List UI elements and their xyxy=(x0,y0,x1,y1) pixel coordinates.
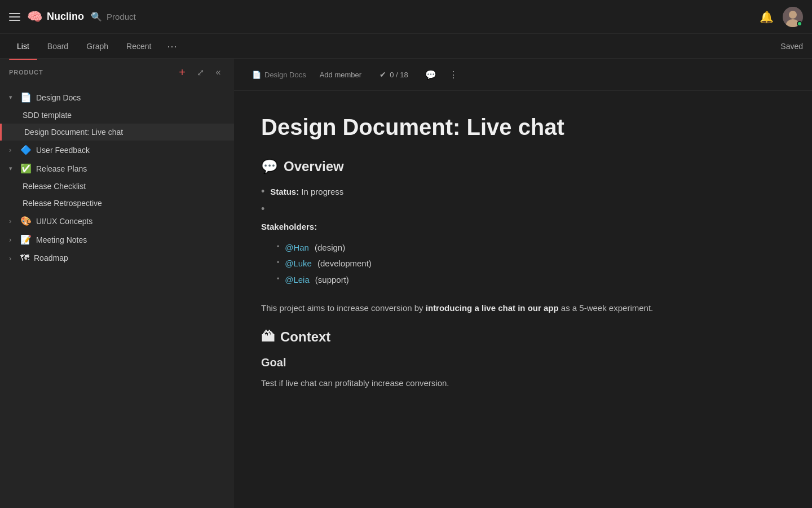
sidebar-item-release-checklist[interactable]: Release Checklist ⧉ xyxy=(0,178,234,195)
doc-title: Design Document: Live chat xyxy=(261,113,785,141)
sidebar-item-sdd-template[interactable]: SDD template ⧉ xyxy=(0,107,234,124)
tab-list[interactable]: List xyxy=(9,37,37,55)
more-tabs-icon[interactable]: ⋯ xyxy=(161,36,183,57)
nav-tabs: List Board Graph Recent ⋯ Saved xyxy=(0,34,812,59)
status-label: Status: In progress xyxy=(270,186,343,199)
tab-graph[interactable]: Graph xyxy=(78,37,116,55)
notification-icon[interactable]: 🔔 xyxy=(760,10,774,24)
logo-text: Nuclino xyxy=(47,11,84,23)
comment-icon: 💬 xyxy=(425,69,436,80)
sidebar-item-release-plans[interactable]: ▾ ✅ Release Plans ⧉ xyxy=(0,159,234,178)
sidebar-item-label: Meeting Notes xyxy=(36,235,215,244)
stakeholder-leia: @Leia (support) xyxy=(277,274,372,287)
uiux-icon: 🎨 xyxy=(20,216,32,226)
user-feedback-icon: 🔷 xyxy=(20,144,32,155)
chevron-right-icon: › xyxy=(9,146,16,154)
sidebar-item-label: User Feedback xyxy=(36,146,215,155)
nuclino-brain-icon: 🧠 xyxy=(27,10,42,24)
sidebar-item-live-chat[interactable]: Design Document: Live chat ⧉ xyxy=(0,124,234,141)
chevron-right-icon: › xyxy=(9,217,16,225)
sidebar-item-label: Release Plans xyxy=(36,164,215,173)
chevron-right-icon: › xyxy=(9,235,16,244)
saved-status: Saved xyxy=(780,42,803,51)
breadcrumb[interactable]: 📄 Design Docs xyxy=(252,71,306,79)
sidebar-item-label: Design Document: Live chat xyxy=(24,128,215,137)
mention-luke[interactable]: @Luke xyxy=(285,257,312,270)
design-docs-icon: 📄 xyxy=(20,92,32,103)
search-area[interactable]: 🔍 Product xyxy=(91,11,136,22)
overview-prose: This project aims to increase conversion… xyxy=(261,301,785,316)
goal-heading: Goal xyxy=(261,356,785,369)
online-indicator xyxy=(797,21,802,27)
overview-bullets: Status: In progress Stakeholders: @Han (… xyxy=(261,186,785,290)
content-topbar: 📄 Design Docs Add member ✔ 0 / 18 💬 ⋮ xyxy=(234,59,812,91)
search-placeholder-text: Product xyxy=(107,12,136,21)
sidebar-item-roadmap[interactable]: › 🗺 Roadmap ⧉ xyxy=(0,249,234,267)
overview-heading: 💬 Overview xyxy=(261,159,785,174)
han-role: (design) xyxy=(315,242,345,255)
user-avatar-wrap[interactable] xyxy=(783,7,803,27)
content-topbar-icons: 💬 ⋮ xyxy=(422,65,462,84)
sidebar-item-label: Release Checklist xyxy=(23,182,215,191)
stakeholders-bullet: Stakeholders: @Han (design) @Luke (devel… xyxy=(261,203,785,290)
stakeholder-han: @Han (design) xyxy=(277,242,372,255)
chevron-down-icon: ▾ xyxy=(9,165,16,172)
sidebar-item-user-feedback[interactable]: › 🔷 User Feedback ⧉ xyxy=(0,141,234,159)
add-member-label: Add member xyxy=(320,71,361,79)
sidebar-item-label: Release Retrospective xyxy=(23,199,215,208)
topbar-right: 🔔 xyxy=(760,7,803,27)
collapse-icon[interactable]: « xyxy=(211,65,225,79)
sidebar-item-uiux[interactable]: › 🎨 UI/UX Concepts ⧉ xyxy=(0,212,234,230)
search-icon: 🔍 xyxy=(91,11,102,22)
context-icon: 🏔 xyxy=(261,329,275,345)
release-plans-icon: ✅ xyxy=(20,163,32,174)
goal-prose: Test if live chat can profitably increas… xyxy=(261,376,785,391)
chevron-down-icon: ▾ xyxy=(9,94,16,101)
sidebar-item-label: Roadmap xyxy=(34,253,215,262)
progress-label: 0 / 18 xyxy=(390,71,408,79)
content-scroll[interactable]: Design Document: Live chat 💬 Overview St… xyxy=(234,91,812,508)
progress-button[interactable]: ✔ 0 / 18 xyxy=(375,68,413,81)
sidebar-header: PRODUCT + ⤢ « xyxy=(0,59,234,86)
meeting-notes-icon: 📝 xyxy=(20,234,32,245)
sidebar-item-design-docs[interactable]: ▾ 📄 Design Docs ⧉ xyxy=(0,88,234,107)
content-area: 📄 Design Docs Add member ✔ 0 / 18 💬 ⋮ xyxy=(234,59,812,508)
hamburger-menu-icon[interactable] xyxy=(9,11,20,23)
chevron-right-icon: › xyxy=(9,254,16,262)
stakeholders-list: @Han (design) @Luke (development) @Leia … xyxy=(261,242,372,290)
svg-point-1 xyxy=(789,11,797,19)
comment-button[interactable]: 💬 xyxy=(422,65,440,84)
sidebar-item-release-retrospective[interactable]: Release Retrospective ⧉ xyxy=(0,195,234,212)
breadcrumb-doc-icon: 📄 xyxy=(252,71,261,79)
stakeholders-label: Stakeholders: xyxy=(261,221,317,234)
more-options-button[interactable]: ⋮ xyxy=(444,65,462,84)
logo-area: 🧠 Nuclino xyxy=(27,10,84,24)
expand-icon[interactable]: ⤢ xyxy=(193,65,207,79)
main-layout: PRODUCT + ⤢ « ▾ 📄 Design Docs ⧉ SDD temp… xyxy=(0,59,812,508)
topbar: 🧠 Nuclino 🔍 Product 🔔 xyxy=(0,0,812,34)
prose-bold: introducing a live chat in our app xyxy=(426,303,559,313)
add-item-button[interactable]: + xyxy=(175,65,189,79)
sidebar-item-label: SDD template xyxy=(23,111,215,120)
breadcrumb-label: Design Docs xyxy=(264,71,306,79)
tab-board[interactable]: Board xyxy=(39,37,76,55)
sidebar-item-list: ▾ 📄 Design Docs ⧉ SDD template ⧉ Design … xyxy=(0,86,234,508)
stakeholder-luke: @Luke (development) xyxy=(277,257,372,270)
more-icon: ⋮ xyxy=(449,69,458,80)
sidebar: PRODUCT + ⤢ « ▾ 📄 Design Docs ⧉ SDD temp… xyxy=(0,59,234,508)
mention-leia[interactable]: @Leia xyxy=(285,274,310,287)
sidebar-item-meeting-notes[interactable]: › 📝 Meeting Notes ⧉ xyxy=(0,230,234,249)
checkmark-icon: ✔ xyxy=(379,70,386,79)
topbar-left: 🧠 Nuclino 🔍 Product xyxy=(9,10,751,24)
roadmap-icon: 🗺 xyxy=(20,253,29,263)
status-bullet: Status: In progress xyxy=(261,186,785,199)
sidebar-item-label: UI/UX Concepts xyxy=(36,217,215,226)
sidebar-item-label: Design Docs xyxy=(36,93,215,102)
tab-recent[interactable]: Recent xyxy=(118,37,159,55)
overview-icon: 💬 xyxy=(261,159,278,174)
add-member-button[interactable]: Add member xyxy=(315,68,366,81)
context-heading: 🏔 Context xyxy=(261,329,785,345)
leia-role: (support) xyxy=(315,274,349,287)
mention-han[interactable]: @Han xyxy=(285,242,309,255)
sidebar-title: PRODUCT xyxy=(9,69,171,76)
